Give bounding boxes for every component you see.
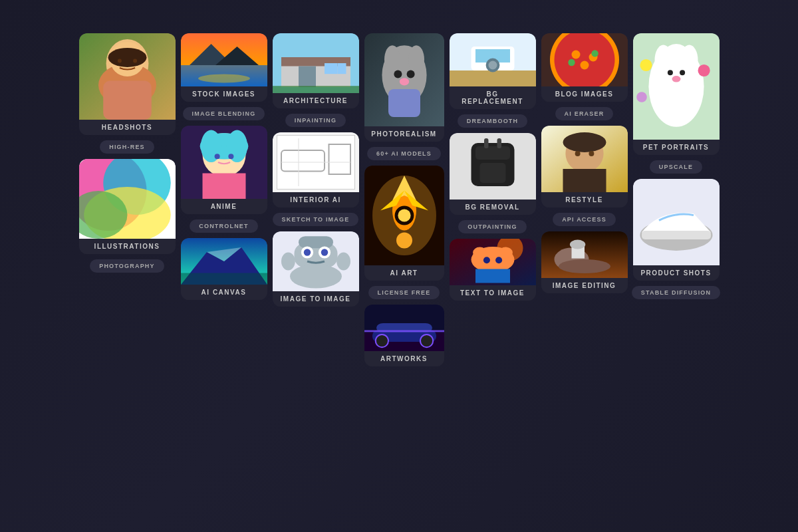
card-label-photorealism: PHOTOREALISM	[364, 126, 444, 142]
card-restyle[interactable]: RESTYLE	[541, 126, 628, 207]
column-col7: PET PORTRAITSUPSCALEPRODUCT SHOTSSTABLE …	[633, 33, 720, 299]
card-image-bg-removal	[450, 133, 536, 200]
card-label-headshots: HEADSHOTS	[79, 120, 176, 135]
svg-rect-78	[450, 70, 536, 86]
card-label-illustrations: ILLUSTRATIONS	[79, 239, 176, 254]
pill-stable-diffusion[interactable]: STABLE DIFFUSION	[632, 286, 721, 299]
card-bg-replacement[interactable]: BG REPLACEMENT	[450, 33, 536, 109]
pill-photography[interactable]: PHOTOGRAPHY	[90, 259, 164, 273]
svg-point-104	[591, 50, 598, 57]
pill-high-res[interactable]: HIGH-RES	[100, 140, 154, 154]
card-label-image-to-image: IMAGE TO IMAGE	[273, 291, 359, 307]
svg-point-92	[473, 247, 487, 259]
svg-point-17	[198, 74, 250, 83]
pill-sketch-to-image[interactable]: SKETCH TO IMAGE	[273, 213, 359, 226]
card-blog-images[interactable]: BLOG IMAGES	[541, 33, 628, 102]
pill-inpainting[interactable]: INPAINTING	[285, 114, 346, 127]
card-image-blog-images	[541, 33, 628, 86]
card-interior-ai[interactable]: INTERIOR AI	[273, 132, 359, 207]
card-label-ai-art: AI ART	[364, 265, 444, 281]
svg-point-51	[281, 253, 295, 271]
svg-point-121	[667, 70, 672, 75]
card-anime[interactable]: ANIME	[181, 126, 267, 214]
svg-point-94	[483, 257, 489, 263]
pill-api-access[interactable]: API ACCESS	[553, 213, 616, 226]
card-label-bg-removal: BG REMOVAL	[450, 200, 536, 215]
card-label-blog-images: BLOG IMAGES	[541, 86, 628, 102]
card-image-product-shots	[633, 179, 720, 265]
svg-rect-96	[475, 269, 510, 283]
card-image-image-editing	[541, 231, 628, 278]
card-text-to-image[interactable]: TEXT TO IMAGE	[450, 239, 536, 301]
svg-point-82	[488, 61, 497, 70]
svg-rect-35	[337, 63, 346, 74]
card-image-pet-portraits	[633, 33, 720, 140]
svg-rect-34	[325, 63, 338, 74]
pill-60+-ai-models[interactable]: 60+ AI MODELS	[367, 147, 441, 160]
svg-point-122	[680, 70, 685, 75]
pill-image-blending[interactable]: IMAGE BLENDING	[183, 107, 265, 120]
card-stock-images[interactable]: STOCK IMAGES	[181, 33, 267, 102]
card-label-restyle: RESTYLE	[541, 192, 628, 207]
svg-rect-85	[475, 146, 510, 160]
card-label-product-shots: PRODUCT SHOTS	[633, 265, 720, 281]
svg-point-107	[563, 132, 606, 152]
svg-point-124	[640, 59, 652, 71]
svg-point-99	[554, 33, 614, 86]
column-col1: HEADSHOTSHIGH-RESILLUSTRATIONSPHOTOGRAPH…	[79, 33, 176, 273]
svg-point-6	[133, 59, 137, 63]
svg-point-48	[303, 249, 310, 255]
card-headshots[interactable]: HEADSHOTS	[79, 33, 176, 135]
svg-point-49	[321, 249, 327, 255]
svg-rect-7	[103, 81, 152, 120]
card-image-interior-ai	[273, 132, 359, 192]
svg-point-123	[672, 76, 680, 82]
svg-point-5	[117, 59, 121, 63]
column-col2: STOCK IMAGESIMAGE BLENDINGANIMECONTROLNE…	[181, 33, 267, 300]
svg-point-93	[499, 247, 513, 259]
card-image-editing[interactable]: IMAGE EDITING	[541, 231, 628, 293]
svg-point-50	[290, 265, 342, 289]
svg-rect-36	[273, 86, 359, 93]
column-col3: ARCHITECTUREINPAINTINGINTERIOR AISKETCH …	[273, 33, 359, 307]
card-image-illustrations	[79, 159, 176, 239]
svg-rect-25	[202, 174, 245, 200]
svg-point-103	[568, 59, 575, 66]
card-image-artworks	[364, 305, 444, 351]
pill-dreambooth[interactable]: DREAMBOOTH	[458, 114, 528, 128]
svg-rect-86	[479, 163, 505, 183]
svg-point-57	[394, 70, 402, 78]
card-pet-portraits[interactable]: PET PORTRAITS	[633, 33, 720, 155]
card-architecture[interactable]: ARCHITECTURE	[273, 33, 359, 108]
card-illustrations[interactable]: ILLUSTRATIONS	[79, 159, 176, 254]
card-image-restyle	[541, 126, 628, 192]
card-ai-canvas[interactable]: AI CANVAS	[181, 238, 267, 300]
svg-point-58	[406, 70, 414, 78]
column-col4: PHOTOREALISM60+ AI MODELSAI ARTLICENSE F…	[364, 33, 444, 366]
pill-license-free[interactable]: LICENSE FREE	[368, 286, 440, 299]
pill-outpainting[interactable]: OUTPAINTING	[458, 220, 527, 233]
svg-point-113	[559, 259, 610, 273]
svg-point-59	[399, 78, 408, 85]
pill-ai-eraser[interactable]: AI ERASER	[555, 107, 614, 120]
svg-point-52	[336, 253, 350, 271]
svg-rect-110	[563, 169, 606, 192]
card-image-headshots	[79, 33, 176, 120]
svg-point-102	[580, 61, 589, 70]
card-image-ai-art	[364, 166, 444, 265]
card-product-shots[interactable]: PRODUCT SHOTS	[633, 179, 720, 281]
pill-upscale[interactable]: UPSCALE	[650, 160, 702, 174]
card-ai-art[interactable]: AI ART	[364, 166, 444, 281]
card-image-image-to-image	[273, 231, 359, 291]
svg-point-100	[571, 51, 580, 59]
card-bg-removal[interactable]: BG REMOVAL	[450, 133, 536, 215]
card-artworks[interactable]: ARTWORKS	[364, 305, 444, 366]
card-photorealism[interactable]: PHOTOREALISM	[364, 33, 444, 142]
svg-point-69	[396, 233, 412, 249]
svg-point-4	[108, 48, 146, 67]
card-label-stock-images: STOCK IMAGES	[181, 86, 267, 102]
card-label-bg-replacement: BG REPLACEMENT	[450, 86, 536, 109]
pill-controlnet[interactable]: CONTROLNET	[190, 219, 258, 233]
svg-point-55	[384, 45, 400, 73]
card-image-to-image[interactable]: IMAGE TO IMAGE	[273, 231, 359, 307]
